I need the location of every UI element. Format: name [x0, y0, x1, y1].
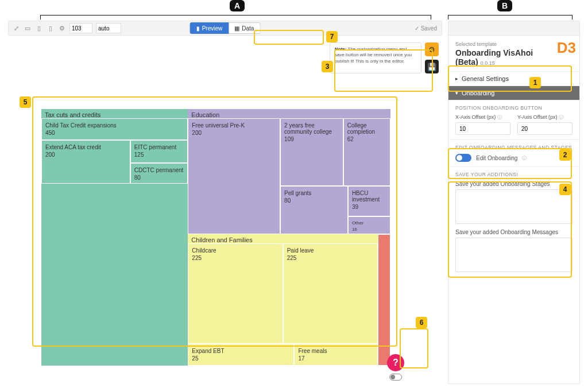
callout-number-4: 4: [559, 184, 571, 195]
tab-data-label: Data: [242, 25, 254, 32]
group-chi-header: Children and Families: [188, 234, 378, 243]
cell-ebt[interactable]: Expand EBT 25: [188, 344, 294, 366]
cell-label: HBCU investment: [352, 190, 380, 203]
callout-number-3: 3: [322, 61, 333, 72]
cell-label: College completion: [347, 122, 375, 135]
cell-label: Expand EBT: [192, 348, 224, 354]
cell-value: 109: [284, 136, 339, 142]
x-offset-label: X-Axis Offset (px) ⓘ: [455, 114, 510, 121]
save-stages-input[interactable]: [455, 189, 572, 224]
callout-number-7: 7: [326, 31, 338, 42]
save-stages-label: Save your added Onboarding Stages: [455, 181, 572, 187]
saved-label: Saved: [421, 25, 437, 32]
cell-value: 17: [298, 355, 374, 362]
accordion-label: Onboarding: [462, 90, 495, 96]
cell-aca-credit[interactable]: Extend ACA tax credit 200: [41, 140, 130, 184]
desktop-icon[interactable]: ▭: [24, 24, 32, 32]
tab-data[interactable]: ▦ Data: [229, 22, 260, 34]
section-save-additions: SAVE YOUR ADDITIONS! Save your added Onb…: [448, 166, 579, 278]
gear-icon[interactable]: ⚙: [58, 24, 66, 32]
template-version: 0.0.15: [481, 60, 495, 66]
note-box: Note: The customization menu and save bu…: [330, 42, 421, 73]
tab-preview-label: Preview: [202, 25, 223, 32]
help-button[interactable]: ?: [387, 354, 404, 371]
section-marker-b: B: [497, 0, 512, 11]
cell-label: Childcare: [192, 247, 216, 254]
info-icon[interactable]: ⓘ: [497, 115, 502, 120]
cell-college-completion[interactable]: College completion 62: [343, 118, 390, 186]
cell-eitc[interactable]: EITC permanent 125: [130, 140, 188, 163]
bracket-b: [448, 15, 572, 15]
cell-value: 25: [192, 355, 290, 362]
cell-label: Child Tax Credit expansions: [45, 122, 117, 129]
y-offset-label: Y-Axis Offset (px) ⓘ: [517, 114, 572, 121]
chart-icon: ▮: [196, 25, 200, 32]
callout-number-6: 6: [416, 317, 427, 328]
expand-icon[interactable]: ⤢: [12, 24, 20, 32]
cell-childcare[interactable]: Childcare 225: [188, 243, 283, 344]
cell-value: 80: [284, 197, 344, 204]
mobile-icon[interactable]: ▯: [47, 24, 55, 32]
save-messages-input[interactable]: [455, 238, 572, 272]
note-prefix: Note:: [335, 46, 346, 52]
note-text: The customization menu and save button w…: [335, 46, 412, 64]
cell-free-meals[interactable]: Free meals 17: [294, 344, 378, 366]
editor-note: Note: The customization menu and save bu…: [330, 42, 439, 73]
zoom-input[interactable]: [69, 23, 92, 33]
callout-number-1: 1: [529, 77, 541, 88]
edit-onboarding-toggle[interactable]: [455, 154, 471, 162]
help-toggle[interactable]: [389, 374, 402, 381]
tablet-icon[interactable]: ▯: [35, 24, 43, 32]
y-offset-input[interactable]: [517, 122, 572, 135]
table-icon: ▦: [234, 25, 239, 32]
editor-toolbar: ⤢ ▭ ▯ ▯ ⚙ ▮ Preview ▦ Data: [8, 21, 442, 36]
cell-value: 225: [192, 255, 278, 261]
cell-value: 39: [352, 204, 386, 210]
cell-cdctc[interactable]: CDCTC permanent 80: [130, 163, 188, 184]
treemap-chart[interactable]: Tax cuts and credits Child Tax Credit ex…: [41, 109, 390, 366]
check-icon: ✓: [415, 25, 419, 32]
cell-hbcu[interactable]: HBCU investment 39: [348, 186, 390, 216]
callout-number-2: 2: [559, 149, 571, 161]
cell-value: 80: [134, 174, 184, 181]
cell-label: CDCTC permanent: [134, 167, 184, 173]
cell-value: 450: [45, 130, 184, 136]
cell-label: 2 years free community college: [284, 122, 332, 135]
cell-paid-leave[interactable]: Paid leave 225: [283, 243, 378, 344]
cell-value: 225: [287, 255, 374, 261]
tab-preview[interactable]: ▮ Preview: [190, 22, 229, 34]
cell-community-college[interactable]: 2 years free community college 109: [280, 118, 343, 186]
cell-label: Paid leave: [287, 247, 314, 254]
settings-button[interactable]: ⚙: [425, 42, 439, 56]
gear-icon: ⚙: [428, 45, 435, 54]
cell-label: Extend ACA tax credit: [45, 144, 101, 150]
save-messages-label: Save your added Onboarding Messages: [455, 229, 572, 235]
chevron-down-icon: ▾: [455, 90, 458, 96]
info-icon[interactable]: ⓘ: [559, 115, 563, 120]
x-offset-input[interactable]: [455, 122, 510, 135]
settings-panel: Selected template Onboarding VisAhoi (Be…: [448, 35, 580, 384]
cell-value: 200: [45, 152, 126, 158]
info-icon[interactable]: ⓘ: [522, 155, 527, 161]
accordion-general-settings[interactable]: ▸ General Settings: [448, 71, 579, 86]
cell-pell[interactable]: Pell grants 80: [280, 186, 348, 234]
group-edu-header: Education: [188, 109, 390, 118]
accordion-onboarding[interactable]: ▾ Onboarding: [448, 86, 579, 100]
save-button[interactable]: 💾: [425, 60, 439, 73]
section-title: EDIT ONBOARDING MESSAGES AND STAGES: [455, 145, 572, 150]
cell-label: Free meals: [298, 348, 327, 354]
edit-onboarding-label: Edit Onboarding: [476, 155, 517, 161]
group-tax-header: Tax cuts and credits: [41, 109, 188, 118]
section-marker-a: A: [230, 0, 245, 11]
d3-logo-icon: D3: [557, 39, 576, 57]
cell-edu-other[interactable]: Other 16: [348, 216, 390, 234]
cell-prek[interactable]: Free universal Pre-K 200: [188, 118, 280, 234]
size-mode-input[interactable]: [96, 23, 121, 33]
cell-label: Other: [352, 220, 363, 226]
cell-child-tax-credit[interactable]: Child Tax Credit expansions 450: [41, 118, 188, 140]
accordion-label: General Settings: [462, 75, 509, 82]
callout-number-5: 5: [20, 96, 31, 108]
section-title: POSITION ONBOARDING BUTTON: [455, 105, 572, 111]
cell-nutrition[interactable]: [378, 234, 390, 366]
template-title: Onboarding VisAhoi (Beta)0.0.15: [455, 48, 572, 67]
